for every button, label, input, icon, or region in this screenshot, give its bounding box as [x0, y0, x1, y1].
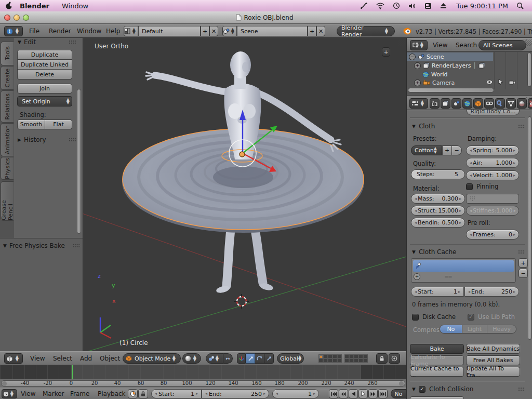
cache-list[interactable]: + ══ [411, 258, 516, 283]
current-frame-field[interactable]: ◂ 1 ▸ [272, 389, 319, 398]
menu-select[interactable]: Select [52, 355, 73, 362]
menubar-window-menu[interactable]: Window [62, 2, 88, 10]
disk-cache-row[interactable]: Disk Cache [412, 313, 456, 321]
shelf-tab-grease-pencil[interactable]: Grease Pencil [1, 181, 14, 221]
update-all-to-frame-button[interactable]: Update All To Fra... [466, 367, 520, 377]
spring-field[interactable]: ◂Spring:5.000▸ [466, 145, 519, 155]
menu-add[interactable]: Add [79, 355, 93, 362]
menu-view[interactable]: View [29, 355, 46, 362]
apple-icon[interactable] [5, 2, 12, 10]
renderability-camera-icon[interactable] [509, 79, 516, 85]
menu-render[interactable]: Render [48, 28, 72, 35]
outliner-v-scrollbar[interactable] [527, 52, 531, 87]
properties-region-toggle[interactable]: + [382, 47, 390, 57]
steps-slider[interactable]: Steps:5 [411, 169, 465, 179]
pinning-checkbox[interactable] [466, 183, 473, 190]
use-lib-path-checkbox[interactable]: ✓ [468, 314, 474, 321]
menu-view[interactable]: View [20, 390, 36, 397]
compression-heavy-option[interactable]: Heavy [487, 325, 516, 333]
panel-drag-icon[interactable] [69, 40, 76, 44]
scene-browse-button[interactable]: ▲▼ [222, 26, 237, 36]
tab-object-data[interactable] [506, 98, 516, 109]
cloth-cache-panel-header[interactable]: ▼ Cloth Cache [412, 248, 525, 256]
render-engine-select[interactable]: Blender Render▲▼ [337, 26, 395, 36]
scene-name-field[interactable]: Scene [237, 26, 308, 36]
menu-window[interactable]: Window [76, 28, 102, 35]
lock-to-scene-button[interactable] [376, 353, 388, 364]
preview-range-button[interactable] [128, 389, 138, 398]
scale-manipulator-button[interactable] [264, 353, 274, 364]
duplicate-button[interactable]: Duplicate [17, 50, 72, 60]
shelf-tab-tools[interactable]: Tools [1, 42, 14, 65]
shelf-tab-relations[interactable]: Relations [1, 90, 14, 123]
cache-end-field[interactable]: ◂End:250▸ [464, 287, 519, 297]
cloth-panel-header[interactable]: ▼ Cloth [412, 123, 525, 130]
outliner-row-scene[interactable]: − Scene [407, 52, 493, 61]
cache-list-item-selected[interactable] [413, 260, 514, 272]
expand-icon[interactable]: + [414, 79, 421, 86]
viewport-shading-select[interactable]: ▲▼ [182, 353, 201, 364]
menu-help[interactable]: Help [105, 28, 121, 35]
air-field[interactable]: ◂Air:1.000▸ [466, 158, 519, 168]
compression-no-option[interactable]: No [440, 325, 462, 333]
shelf-tab-animation[interactable]: Animation [1, 123, 14, 156]
rigid-body-constraint-button[interactable]: Rigid Body Co... [467, 109, 520, 115]
tab-world[interactable] [462, 98, 472, 109]
spotlight-icon[interactable] [516, 2, 524, 9]
panel-drag-icon[interactable] [73, 244, 80, 248]
tab-modifiers[interactable] [495, 98, 505, 109]
transform-orientation-select[interactable]: Global▲▼ [277, 353, 304, 364]
add-layout-button[interactable]: + [201, 26, 209, 36]
operator-panel-header[interactable]: ▼ Free Physics Bake [3, 242, 80, 249]
velocity-field[interactable]: ◂Velocit:1.000▸ [466, 170, 519, 180]
av-sync-select[interactable]: No [391, 389, 406, 398]
play-button[interactable] [358, 389, 368, 398]
menu-playback[interactable]: Playback [97, 390, 127, 397]
menu-file[interactable]: File [28, 28, 41, 35]
set-origin-menu[interactable]: Set Origin▲▼ [17, 96, 72, 107]
editor-type-button[interactable]: i ▲▼ [4, 26, 23, 36]
duplicate-linked-button[interactable]: Duplicate Linked [17, 60, 72, 70]
manipulate-center-points-toggle[interactable]: ↔ [223, 353, 233, 364]
region-resize-grip[interactable] [398, 39, 405, 46]
layers-widget[interactable] [318, 354, 368, 363]
add-preset-button[interactable]: + [442, 145, 452, 155]
start-frame-field[interactable]: ◂ Start: 1 ▸ [151, 389, 202, 398]
outliner-search-menu[interactable]: Search [455, 42, 478, 49]
use-lib-path-row[interactable]: ✓ Use Lib Path [468, 313, 515, 321]
free-all-bakes-button[interactable]: Free All Bakes [466, 355, 520, 365]
volume-icon[interactable] [408, 3, 416, 9]
compression-light-option[interactable]: Light [462, 325, 487, 333]
delete-scene-button[interactable]: ✕ [316, 26, 325, 36]
cloth-collision-checkbox[interactable]: ✓ [419, 386, 425, 393]
disk-cache-checkbox[interactable] [412, 314, 419, 321]
join-button[interactable]: Join [17, 84, 72, 94]
panel-drag-icon[interactable] [518, 387, 525, 391]
editor-type-button[interactable]: ▲▼ [4, 353, 23, 364]
editor-type-button[interactable]: ▲▼ [409, 98, 428, 109]
outliner-display-filter[interactable]: All Scenes [478, 40, 526, 50]
manipulator-toggle[interactable] [237, 353, 246, 364]
history-panel-header[interactable]: ▶ History [18, 136, 76, 143]
add-cache-icon[interactable]: + [414, 273, 420, 280]
lock-button[interactable] [138, 389, 148, 398]
pin-vertex-group-field[interactable] [466, 194, 519, 204]
tab-render[interactable] [430, 98, 440, 109]
visibility-eye-icon[interactable] [486, 79, 493, 85]
calculate-to-frame-button[interactable]: Calculate To Frame [410, 355, 464, 365]
menubar-app-name[interactable]: Blender [20, 2, 49, 10]
clipped-bottom-button[interactable] [410, 396, 464, 399]
scroller-end-cap[interactable] [2, 381, 7, 386]
current-cache-to-bake-button[interactable]: Current Cache to ... [410, 367, 464, 377]
prev-keyframe-button[interactable] [339, 389, 348, 398]
translate-manipulator-button[interactable] [246, 353, 255, 364]
minimize-window-button[interactable] [14, 15, 20, 21]
outliner-h-scrollbar[interactable] [408, 88, 494, 92]
close-window-button[interactable] [4, 15, 10, 21]
selectability-cursor-icon[interactable] [498, 79, 503, 85]
bake-all-dynamics-button[interactable]: Bake All Dynamics [466, 344, 520, 354]
tool-shelf-scrollbar[interactable] [77, 89, 81, 234]
region-resize-grip[interactable] [525, 97, 532, 104]
structural-stiffness-field[interactable]: ◂Struct:15.000▸ [411, 206, 465, 216]
next-keyframe-button[interactable] [368, 389, 378, 398]
